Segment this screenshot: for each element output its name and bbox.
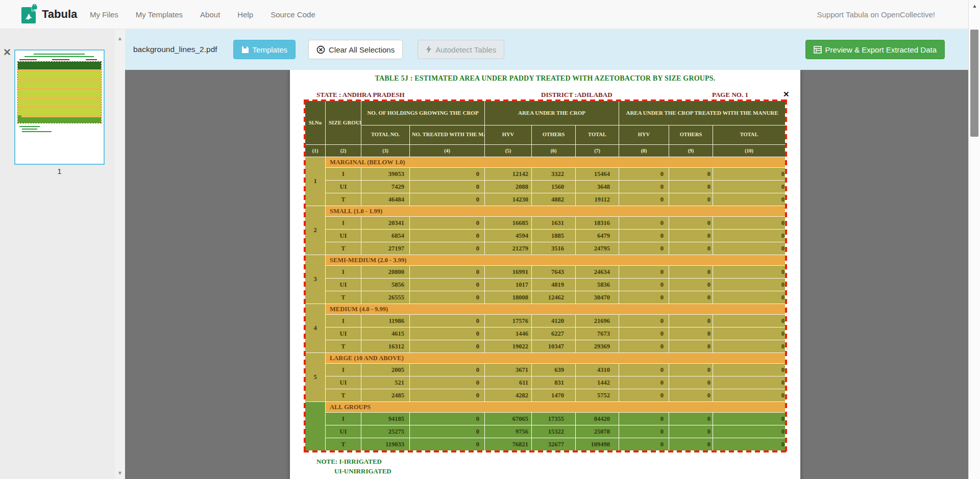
clear-all-selections-label: Clear All Selections — [329, 45, 395, 54]
selection-close-icon[interactable]: ✕ — [783, 90, 790, 99]
value-cell: 94185 — [361, 413, 410, 425]
value-cell: 19112 — [576, 193, 619, 206]
pdf-page: TABLE 5J : ESTIMATED AREA UNDER PADDY TR… — [290, 70, 800, 479]
value-cell: 0 — [619, 291, 669, 304]
support-link[interactable]: Support Tabula on OpenCollective! — [817, 0, 935, 29]
value-cell: 76821 — [485, 438, 532, 451]
document-meta-line: STATE : ANDHRA PRADESH DISTRICT :ADILABA… — [290, 91, 800, 100]
table-row: I39053012142332215464000 — [305, 168, 786, 181]
nav-item-about[interactable]: About — [191, 0, 229, 29]
autodetect-tables-button[interactable]: Autodetect Tables — [418, 40, 504, 59]
scrollbar-up-icon[interactable]: ▲ — [969, 3, 980, 9]
document-title: TABLE 5J : ESTIMATED AREA UNDER PADDY TR… — [290, 74, 800, 83]
nav-item-my-templates[interactable]: My Templates — [127, 0, 191, 29]
table-selection-region[interactable]: Sl.No SIZE GROUP (HA) NO. OF HOLDINGS GR… — [305, 100, 786, 451]
header-cell: TOTAL — [713, 125, 786, 145]
row-label-cell: I — [326, 217, 361, 230]
value-cell: 0 — [410, 193, 485, 206]
page-thumbnail-sidebar: ✕ 1 ▲ ▼ — [0, 29, 125, 479]
value-cell: 0 — [669, 291, 713, 304]
value-cell: 21279 — [485, 242, 532, 255]
header-cell: OTHERS — [669, 125, 713, 145]
row-label-cell: UI — [326, 425, 361, 438]
scrollbar-thumb[interactable] — [970, 30, 978, 137]
autodetect-tables-label: Autodetect Tables — [435, 45, 496, 54]
value-cell: 0 — [410, 279, 485, 291]
value-cell: 6479 — [576, 230, 619, 242]
thumb-title-line — [34, 54, 85, 55]
value-cell: 0 — [669, 364, 713, 376]
value-cell: 0 — [619, 279, 669, 291]
value-cell: 15322 — [532, 425, 576, 438]
row-label-cell: T — [326, 193, 361, 206]
value-cell: 0 — [669, 279, 713, 291]
tabula-logo-icon — [20, 4, 38, 24]
group-band-row: 4MEDIUM (4.0 - 9.99) — [305, 304, 786, 315]
table-row: I20341016685163118316000 — [305, 217, 786, 230]
remove-page-icon[interactable]: ✕ — [3, 47, 11, 57]
value-cell: 0 — [713, 291, 786, 304]
nav-item-help[interactable]: Help — [229, 0, 262, 29]
row-label-cell: I — [326, 168, 361, 181]
note-line-1: NOTE: I-IRRIGATED — [316, 458, 382, 466]
window-scrollbar[interactable]: ▲ — [968, 0, 980, 479]
clear-all-selections-button[interactable]: Clear All Selections — [308, 40, 403, 59]
value-cell: 1446 — [485, 327, 532, 340]
value-cell: 1560 — [532, 181, 576, 193]
value-cell: 7673 — [576, 327, 619, 340]
value-cell: 1631 — [532, 217, 576, 230]
table-row: UI46150144662277673000 — [305, 327, 786, 340]
value-cell: 0 — [410, 376, 485, 389]
brand-link[interactable]: Tabula — [20, 4, 77, 24]
value-cell: 15464 — [576, 168, 619, 181]
value-cell: 3671 — [485, 364, 532, 376]
value-cell: 0 — [713, 438, 786, 451]
row-label-cell: I — [326, 315, 361, 327]
header-cell: NO. OF HOLDINGS GROWING THE CROP — [361, 101, 485, 125]
templates-button[interactable]: Templates — [233, 40, 296, 59]
header-cell: AREA UNDER THE CROP TREATED WITH THE MAN… — [619, 101, 786, 125]
value-cell: 10347 — [532, 340, 576, 353]
thumb-title-line — [24, 56, 94, 57]
save-icon — [241, 46, 249, 54]
value-cell: 639 — [532, 364, 576, 376]
value-cell: 0 — [619, 364, 669, 376]
header-cell: HYV — [619, 125, 669, 145]
nav-item-my-files[interactable]: My Files — [81, 0, 127, 29]
value-cell: 3322 — [532, 168, 576, 181]
table-row: T46484014230488219112000 — [305, 193, 786, 206]
group-band-row: 5LARGE (10 AND ABOVE) — [305, 353, 786, 364]
value-cell: 32677 — [532, 438, 576, 451]
value-cell: 0 — [410, 315, 485, 327]
value-cell: 0 — [410, 389, 485, 402]
value-cell: 0 — [713, 230, 786, 242]
value-cell: 0 — [713, 327, 786, 340]
nav-menu: My FilesMy TemplatesAboutHelpSource Code — [81, 0, 324, 29]
preview-export-button[interactable]: Preview & Export Extracted Data — [805, 40, 945, 59]
scroll-down-icon[interactable]: ▼ — [116, 470, 124, 476]
value-cell: 1470 — [532, 389, 576, 402]
value-cell: 1442 — [576, 376, 619, 389]
table-header: Sl.No SIZE GROUP (HA) NO. OF HOLDINGS GR… — [305, 101, 786, 157]
value-cell: 0 — [410, 340, 485, 353]
scroll-up-icon[interactable]: ▲ — [116, 35, 124, 41]
value-cell: 3648 — [576, 181, 619, 193]
value-cell: 0 — [619, 327, 669, 340]
sidebar-scrollbar[interactable]: ▲ ▼ — [115, 29, 125, 479]
value-cell: 14230 — [485, 193, 532, 206]
value-cell: 16685 — [485, 217, 532, 230]
value-cell: 0 — [410, 242, 485, 255]
value-cell: 0 — [669, 340, 713, 353]
value-cell: 0 — [619, 438, 669, 451]
value-cell: 0 — [619, 425, 669, 438]
nav-item-source-code[interactable]: Source Code — [262, 0, 324, 29]
value-cell: 0 — [619, 181, 669, 193]
thumb-meta-line — [52, 59, 69, 60]
value-cell: 17576 — [485, 315, 532, 327]
row-label-cell: I — [326, 413, 361, 425]
page-thumbnail[interactable] — [14, 49, 105, 165]
value-cell: 18008 — [485, 291, 532, 304]
state-label: STATE : ANDHRA PRADESH — [316, 91, 405, 99]
size-group-band: ALL GROUPS — [326, 402, 786, 413]
sl-no-cell: 4 — [305, 304, 326, 353]
